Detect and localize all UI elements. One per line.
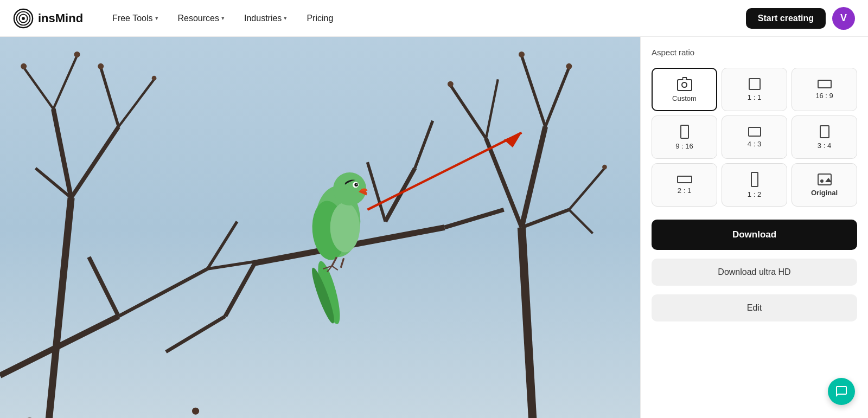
logo-text: insMind [38,11,83,25]
ratio-9-16-label: 9 : 16 [675,142,693,150]
logo[interactable]: insMind [13,8,83,29]
header: insMind Free Tools ▾ Resources ▾ Industr… [0,0,868,37]
ratio-original-button[interactable]: Original [792,163,857,207]
aspect-ratio-label: Aspect ratio [652,48,857,57]
parrot-scene-svg [0,37,640,418]
sidebar: Aspect ratio Custom 1 : 1 16 [640,37,868,418]
original-icon [818,173,832,185]
svg-point-3 [22,17,25,20]
chevron-down-icon: ▾ [221,15,225,22]
wide-icon [818,80,832,88]
nav-item-free-tools[interactable]: Free Tools ▾ [105,9,165,28]
image-area [0,37,640,418]
one-two-icon [751,172,758,187]
three-four-icon [820,125,829,138]
ratio-4-3-button[interactable]: 4 : 3 [722,115,787,159]
ratio-16-9-label: 16 : 9 [815,92,833,100]
svg-point-29 [448,81,454,87]
svg-point-27 [566,63,572,69]
svg-point-52 [333,172,366,205]
ratio-custom-label: Custom [672,94,697,102]
svg-point-55 [356,184,358,185]
svg-point-54 [354,183,358,187]
svg-point-37 [192,408,199,415]
main-content: Aspect ratio Custom 1 : 1 16 [0,37,868,418]
ratio-original-label: Original [811,189,838,197]
ratio-1-2-label: 1 : 2 [748,190,761,198]
svg-point-28 [519,52,525,57]
ratio-1-1-label: 1 : 1 [748,93,761,101]
svg-point-30 [602,165,607,170]
chevron-down-icon: ▾ [284,15,287,22]
chevron-down-icon: ▾ [155,15,158,22]
avatar[interactable]: V [832,7,855,30]
ratio-3-4-label: 3 : 4 [818,142,831,150]
download-button[interactable]: Download [652,220,857,250]
ratio-9-16-button[interactable]: 9 : 16 [652,115,717,159]
ratio-16-9-button[interactable]: 16 : 9 [792,68,857,111]
svg-point-64 [820,179,824,183]
main-nav: Free Tools ▾ Resources ▾ Industries ▾ Pr… [105,9,746,28]
nav-item-resources[interactable]: Resources ▾ [170,9,232,28]
chat-bubble-button[interactable] [828,378,855,405]
ratio-grid: Custom 1 : 1 16 : 9 9 : 16 4 : 3 [652,68,857,207]
tall-icon [680,125,689,139]
start-creating-button[interactable]: Start creating [746,8,826,29]
custom-icon [677,77,692,91]
header-right: Start creating V [746,7,855,30]
chat-icon [835,385,848,398]
ratio-4-3-label: 4 : 3 [748,140,761,148]
svg-point-16 [152,76,157,81]
svg-point-14 [74,52,80,57]
four-three-icon [748,127,761,137]
ratio-1-1-button[interactable]: 1 : 1 [722,68,787,111]
logo-icon [13,8,34,29]
nav-item-industries[interactable]: Industries ▾ [237,9,295,28]
svg-point-15 [98,63,104,69]
two-one-icon [677,176,692,183]
nav-item-pricing[interactable]: Pricing [299,9,341,28]
square-icon [749,78,761,90]
svg-point-51 [330,203,360,253]
svg-point-13 [21,63,27,69]
ratio-custom-button[interactable]: Custom [652,68,717,111]
ratio-2-1-label: 2 : 1 [678,187,691,195]
ratio-1-2-button[interactable]: 1 : 2 [722,163,787,207]
ratio-2-1-button[interactable]: 2 : 1 [652,163,717,207]
ratio-3-4-button[interactable]: 3 : 4 [792,115,857,159]
edit-button[interactable]: Edit [652,294,857,321]
download-hd-button[interactable]: Download ultra HD [652,259,857,286]
